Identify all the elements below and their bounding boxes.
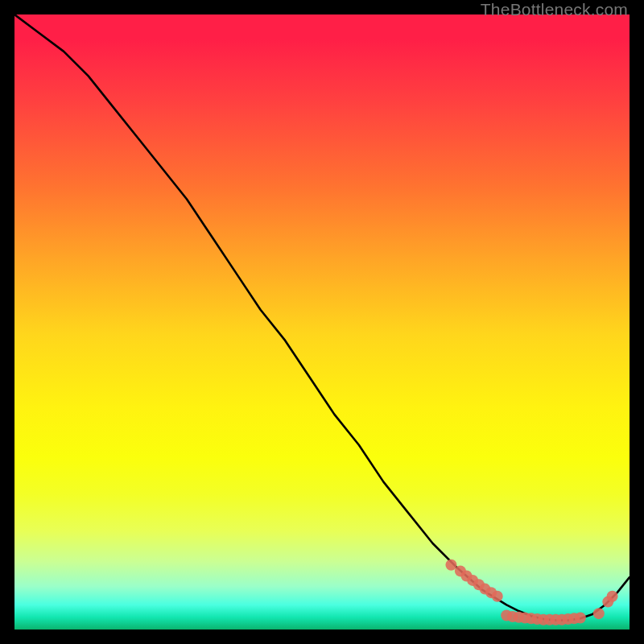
- svg-point-0: [445, 559, 456, 571]
- svg-point-7: [492, 591, 503, 602]
- plot-area: [14, 14, 630, 630]
- attribution-text: TheBottleneck.com: [481, 0, 628, 19]
- chart-line: [14, 14, 630, 621]
- chart-container: TheBottleneck.com: [0, 0, 644, 644]
- chart-overlay: [14, 14, 630, 630]
- svg-point-20: [575, 612, 586, 623]
- svg-point-21: [593, 608, 605, 619]
- svg-point-23: [607, 591, 618, 602]
